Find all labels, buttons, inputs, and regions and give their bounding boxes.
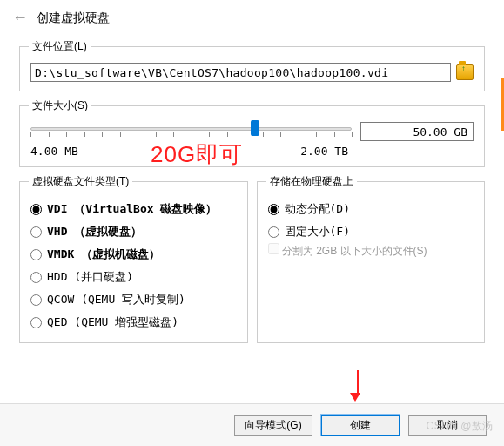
storage-legend: 存储在物理硬盘上 xyxy=(266,174,357,189)
back-arrow-icon[interactable]: ← xyxy=(12,9,28,27)
disk-type-radio[interactable] xyxy=(30,204,42,215)
split-label: 分割为 2GB 以下大小的文件(S) xyxy=(282,245,427,257)
disk-type-label: HDD (并口硬盘) xyxy=(47,269,133,285)
size-min-label: 4.00 MB xyxy=(30,145,78,158)
storage-radio[interactable] xyxy=(268,204,279,215)
storage-group: 存储在物理硬盘上 动态分配(D)固定大小(F) 分割为 2GB 以下大小的文件(… xyxy=(257,174,486,343)
create-button[interactable]: 创建 xyxy=(321,415,400,436)
edge-highlight xyxy=(501,78,504,131)
disk-type-label: VDI （VirtualBox 磁盘映像） xyxy=(47,201,217,217)
file-size-group: 文件大小(S) 4.00 MB 2.00 TB 20G即可 xyxy=(19,98,485,167)
file-path-input[interactable] xyxy=(30,63,451,82)
file-size-legend: 文件大小(S) xyxy=(29,98,91,113)
file-location-legend: 文件位置(L) xyxy=(29,39,91,54)
storage-label: 固定大小(F) xyxy=(285,224,350,240)
page-title: 创建虚拟硬盘 xyxy=(37,10,110,26)
storage-label: 动态分配(D) xyxy=(285,201,350,217)
disk-type-group: 虚拟硬盘文件类型(T) VDI （VirtualBox 磁盘映像）VHD （虚拟… xyxy=(19,174,248,343)
disk-type-option[interactable]: VMDK （虚拟机磁盘） xyxy=(30,243,237,266)
disk-type-radio[interactable] xyxy=(30,317,42,328)
storage-option[interactable]: 动态分配(D) xyxy=(268,198,474,220)
disk-type-option[interactable]: VDI （VirtualBox 磁盘映像） xyxy=(30,198,237,220)
wizard-mode-button[interactable]: 向导模式(G) xyxy=(234,415,312,436)
disk-type-option[interactable]: HDD (并口硬盘) xyxy=(30,266,237,288)
storage-radio[interactable] xyxy=(268,226,279,238)
size-value-input[interactable] xyxy=(360,122,474,141)
disk-type-option[interactable]: VHD （虚拟硬盘） xyxy=(30,220,237,243)
footer-bar: 向导模式(G) 创建 取消 xyxy=(0,403,504,446)
disk-type-radio[interactable] xyxy=(30,272,42,283)
disk-type-radio[interactable] xyxy=(30,226,42,238)
size-slider[interactable] xyxy=(30,122,352,141)
disk-type-option[interactable]: QED (QEMU 增强型磁盘) xyxy=(30,311,237,334)
size-max-label: 2.00 TB xyxy=(300,145,348,158)
slider-thumb[interactable] xyxy=(251,120,259,136)
disk-type-option[interactable]: QCOW (QEMU 写入时复制) xyxy=(30,288,237,311)
browse-folder-icon[interactable] xyxy=(456,64,474,80)
split-checkbox xyxy=(268,243,279,254)
storage-option[interactable]: 固定大小(F) xyxy=(268,220,474,243)
disk-type-label: VMDK （虚拟机磁盘） xyxy=(47,247,160,262)
disk-type-label: VHD （虚拟硬盘） xyxy=(47,224,142,240)
disk-type-label: QED (QEMU 增强型磁盘) xyxy=(47,314,178,330)
red-arrow-annotation xyxy=(354,370,360,402)
disk-type-legend: 虚拟硬盘文件类型(T) xyxy=(29,174,132,189)
disk-type-label: QCOW (QEMU 写入时复制) xyxy=(47,292,185,307)
cancel-button[interactable]: 取消 xyxy=(408,415,487,436)
file-location-group: 文件位置(L) xyxy=(19,39,485,91)
disk-type-radio[interactable] xyxy=(30,249,42,260)
split-checkbox-row: 分割为 2GB 以下大小的文件(S) xyxy=(268,245,427,257)
disk-type-radio[interactable] xyxy=(30,294,42,306)
